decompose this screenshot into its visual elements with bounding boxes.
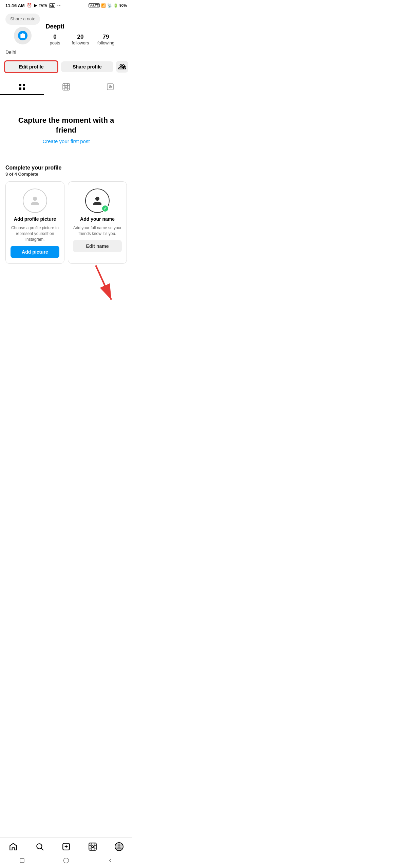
posts-count: 0	[53, 34, 56, 40]
tab-reels[interactable]	[44, 79, 88, 95]
profile-cards-wrapper: Add profile picture Choose a profile pic…	[5, 181, 127, 312]
add-picture-title: Add profile picture	[14, 216, 56, 222]
profile-stats: Deepti 0 posts 20 followers 79 following	[45, 14, 127, 45]
progress-count: 3 of 4	[5, 172, 17, 177]
check-badge-icon: ✓	[101, 205, 109, 212]
status-bar: 11:16 AM ⏰ ▶ TATA cb ·· VoLTE 📶 📡 🔋 90%	[0, 0, 132, 9]
stats-row: 0 posts 20 followers 79 following	[45, 34, 127, 45]
followers-count: 20	[77, 34, 83, 40]
followers-label: followers	[72, 40, 89, 45]
status-right: VoLTE 📶 📡 🔋 90%	[89, 3, 127, 8]
svg-rect-2	[63, 83, 70, 90]
picture-placeholder-icon	[23, 189, 47, 213]
wifi-icon: 📡	[107, 3, 112, 8]
profile-tabs	[0, 79, 132, 95]
add-name-title: Add your name	[80, 216, 115, 222]
dots-icon: ··	[57, 3, 61, 8]
profile-cards: Add profile picture Choose a profile pic…	[5, 181, 127, 263]
complete-profile-subtitle: 3 of 4 Complete	[5, 172, 127, 177]
share-profile-button[interactable]: Share profile	[61, 61, 113, 72]
posts-label: posts	[50, 40, 60, 45]
share-note-label: Share a note	[10, 16, 35, 21]
profile-header: Share a note Deepti 0 posts 20 followers…	[0, 9, 132, 48]
avatar-circle[interactable]	[14, 27, 32, 44]
youtube-icon: ▶	[34, 3, 37, 8]
alarm-icon: ⏰	[27, 3, 32, 8]
add-picture-desc: Choose a profile picture to represent yo…	[11, 225, 59, 242]
cb-icon: cb	[49, 3, 55, 8]
signal-icon: 📶	[101, 3, 106, 8]
status-time: 11:16 AM	[5, 3, 25, 8]
svg-point-3	[65, 86, 67, 88]
add-picture-button[interactable]: Add picture	[11, 246, 59, 258]
avatar-area: Share a note	[5, 14, 40, 44]
volte-icon: VoLTE	[89, 3, 100, 7]
progress-label: Complete	[18, 172, 38, 177]
add-friend-button[interactable]	[116, 61, 128, 73]
status-left: 11:16 AM ⏰ ▶ TATA cb ··	[5, 3, 61, 8]
camera-icon	[18, 31, 27, 40]
username: Deepti	[45, 23, 127, 30]
location: Delhi	[0, 48, 132, 58]
add-name-card: ✓ Add your name Add your full name so yo…	[68, 181, 127, 263]
create-post-link[interactable]: Create your first post	[42, 138, 90, 144]
battery-percent: 90%	[119, 3, 127, 7]
followers-stat[interactable]: 20 followers	[71, 34, 90, 45]
edit-name-button[interactable]: Edit name	[73, 240, 122, 252]
tab-tagged[interactable]	[88, 79, 132, 95]
add-picture-card: Add profile picture Choose a profile pic…	[5, 181, 64, 263]
name-icon-wrapper: ✓	[85, 189, 110, 213]
battery-icon: 🔋	[113, 3, 118, 8]
svg-line-7	[96, 265, 111, 300]
following-count: 79	[102, 34, 109, 40]
posts-stat[interactable]: 0 posts	[45, 34, 64, 45]
tata-icon: TATA	[39, 4, 47, 7]
add-name-desc: Add your full name so your friends know …	[73, 225, 122, 237]
complete-profile-section: Complete your profile 3 of 4 Complete Ad…	[0, 158, 132, 312]
following-label: following	[97, 40, 115, 45]
complete-profile-title: Complete your profile	[5, 165, 127, 171]
action-buttons: Edit profile Share profile	[0, 58, 132, 77]
following-stat[interactable]: 79 following	[96, 34, 115, 45]
empty-state-heading: Capture the moment with a friend	[8, 116, 124, 135]
edit-profile-button[interactable]: Edit profile	[4, 60, 58, 73]
red-arrow-indicator	[5, 257, 127, 311]
empty-state: Capture the moment with a friend Create …	[0, 95, 132, 158]
share-note-bubble[interactable]: Share a note	[5, 14, 40, 25]
tab-grid[interactable]	[0, 79, 44, 95]
